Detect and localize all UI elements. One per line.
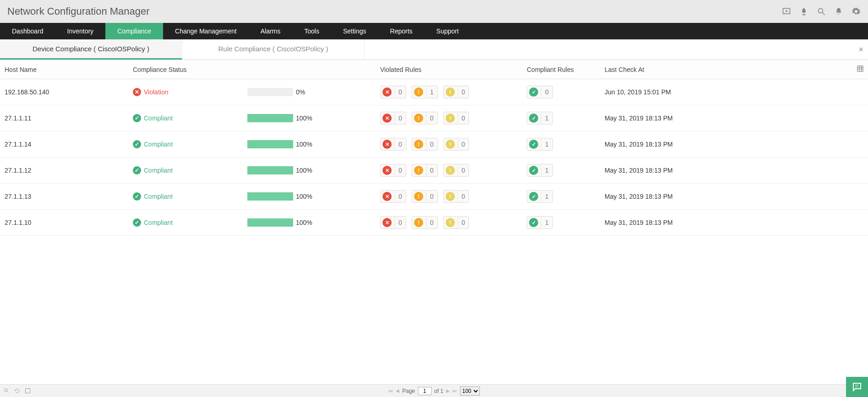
- cell-time: May 31, 2019 18:13 PM: [605, 141, 850, 148]
- pill-count: 0: [426, 217, 437, 228]
- table-row[interactable]: 27.1.1.13✓Compliant100%✕0!0!0✓1May 31, 2…: [0, 184, 868, 210]
- check-icon: ✓: [133, 140, 141, 148]
- error-icon: ✕: [382, 87, 392, 97]
- pill-low[interactable]: !0: [443, 190, 469, 203]
- col-header-host[interactable]: Host Name: [5, 66, 133, 73]
- pill-count: 1: [541, 217, 552, 228]
- nav-item-tools[interactable]: Tools: [292, 23, 331, 39]
- ok-icon: ✓: [529, 87, 538, 97]
- subtab-0[interactable]: Device Compliance ( CiscoIOSPolicy ): [0, 39, 182, 60]
- svg-point-2: [818, 8, 823, 13]
- status-text: Compliant: [144, 193, 173, 200]
- progress-label: 100%: [296, 114, 312, 122]
- pill-count: 0: [458, 164, 469, 176]
- svg-line-3: [823, 13, 825, 15]
- pill-low[interactable]: !0: [443, 138, 469, 151]
- pill-count: 0: [458, 86, 469, 98]
- pill-error[interactable]: ✕0: [380, 86, 406, 98]
- close-icon[interactable]: ×: [858, 45, 863, 54]
- pill-ok[interactable]: ✓1: [527, 138, 553, 151]
- pill-warning[interactable]: !0: [412, 190, 438, 203]
- pill-count: 0: [426, 164, 437, 176]
- table-row[interactable]: 27.1.1.10✓Compliant100%✕0!0!0✓1May 31, 2…: [0, 210, 868, 236]
- error-icon: ✕: [133, 88, 141, 96]
- col-header-compliant[interactable]: Compliant Rules: [527, 66, 605, 73]
- cell-compliant: ✓1: [527, 216, 605, 229]
- pill-low[interactable]: !0: [443, 112, 469, 125]
- pill-low[interactable]: !0: [443, 86, 469, 98]
- bell-icon[interactable]: [834, 7, 843, 16]
- col-header-time[interactable]: Last Check At: [605, 66, 850, 73]
- progress-bar: [247, 192, 293, 201]
- cell-progress: 100%: [247, 166, 380, 174]
- rocket-icon[interactable]: [799, 7, 808, 16]
- cell-time: May 31, 2019 18:13 PM: [605, 219, 850, 226]
- error-icon: ✕: [382, 192, 392, 201]
- svg-rect-4: [857, 66, 863, 71]
- columns-icon[interactable]: [857, 65, 863, 72]
- cell-violated: ✕0!0!0: [380, 138, 527, 151]
- table-body: 192.168.50.140✕Violation0%✕0!1!0✓0Jun 10…: [0, 79, 868, 236]
- table-row[interactable]: 27.1.1.14✓Compliant100%✕0!0!0✓1May 31, 2…: [0, 131, 868, 158]
- nav-item-reports[interactable]: Reports: [378, 23, 425, 39]
- nav-item-settings[interactable]: Settings: [331, 23, 378, 39]
- search-icon[interactable]: [817, 7, 826, 16]
- nav-item-inventory[interactable]: Inventory: [55, 23, 106, 39]
- pill-low[interactable]: !0: [443, 164, 469, 177]
- cell-progress: 100%: [247, 218, 380, 227]
- pill-count: 0: [394, 112, 406, 124]
- table-row[interactable]: 27.1.1.11✓Compliant100%✕0!0!0✓1May 31, 2…: [0, 105, 868, 131]
- pill-count: 0: [394, 190, 406, 202]
- cell-violated: ✕0!0!0: [380, 164, 527, 177]
- pill-warning[interactable]: !0: [412, 112, 438, 125]
- pill-ok[interactable]: ✓1: [527, 164, 553, 177]
- col-header-config[interactable]: [850, 65, 863, 73]
- cell-violated: ✕0!0!0: [380, 216, 527, 229]
- pill-low[interactable]: !0: [443, 216, 469, 229]
- gear-icon[interactable]: [852, 7, 861, 16]
- pill-warning[interactable]: !0: [412, 164, 438, 177]
- progress-bar: [247, 114, 293, 122]
- status-text: Compliant: [144, 219, 173, 226]
- cell-host: 27.1.1.12: [5, 167, 133, 174]
- pill-error[interactable]: ✕0: [380, 164, 406, 177]
- pill-warning[interactable]: !0: [412, 138, 438, 151]
- pill-ok[interactable]: ✓1: [527, 190, 553, 203]
- pill-warning[interactable]: !1: [412, 86, 438, 98]
- pill-count: 0: [458, 190, 469, 202]
- table-row[interactable]: 27.1.1.12✓Compliant100%✕0!0!0✓1May 31, 2…: [0, 158, 868, 184]
- topbar-icons: [782, 7, 861, 16]
- low-icon: !: [446, 87, 455, 97]
- cell-time: Jun 10, 2019 15:01 PM: [605, 88, 850, 96]
- table-row[interactable]: 192.168.50.140✕Violation0%✕0!1!0✓0Jun 10…: [0, 79, 868, 105]
- pill-error[interactable]: ✕0: [380, 216, 406, 229]
- cell-violated: ✕0!0!0: [380, 190, 527, 203]
- nav-item-compliance[interactable]: Compliance: [105, 23, 163, 39]
- cell-progress: 100%: [247, 114, 380, 122]
- cell-compliant: ✓1: [527, 138, 605, 151]
- pill-ok[interactable]: ✓1: [527, 112, 553, 125]
- cell-status: ✓Compliant: [133, 166, 247, 174]
- pill-ok[interactable]: ✓1: [527, 216, 553, 229]
- pill-error[interactable]: ✕0: [380, 112, 406, 125]
- nav-item-support[interactable]: Support: [425, 23, 471, 39]
- present-icon[interactable]: [782, 7, 791, 16]
- warning-icon: !: [414, 192, 423, 201]
- pill-error[interactable]: ✕0: [380, 190, 406, 203]
- nav-item-change-management[interactable]: Change Management: [163, 23, 249, 39]
- top-bar: Network Configuration Manager: [0, 0, 868, 23]
- cell-time: May 31, 2019 18:13 PM: [605, 193, 850, 200]
- col-header-status[interactable]: Compliance Status: [133, 66, 247, 73]
- pill-warning[interactable]: !0: [412, 216, 438, 229]
- subtab-1[interactable]: Rule Compliance ( CiscoIOSPolicy ): [182, 39, 365, 60]
- pill-ok[interactable]: ✓0: [527, 86, 553, 98]
- nav-item-alarms[interactable]: Alarms: [249, 23, 293, 39]
- nav-item-dashboard[interactable]: Dashboard: [0, 23, 55, 39]
- cell-compliant: ✓1: [527, 190, 605, 203]
- pill-count: 0: [394, 138, 406, 150]
- progress-label: 100%: [296, 167, 312, 174]
- pill-error[interactable]: ✕0: [380, 138, 406, 151]
- col-header-violated[interactable]: Violated Rules: [380, 66, 527, 73]
- pill-count: 0: [394, 164, 406, 176]
- cell-status: ✕Violation: [133, 88, 247, 96]
